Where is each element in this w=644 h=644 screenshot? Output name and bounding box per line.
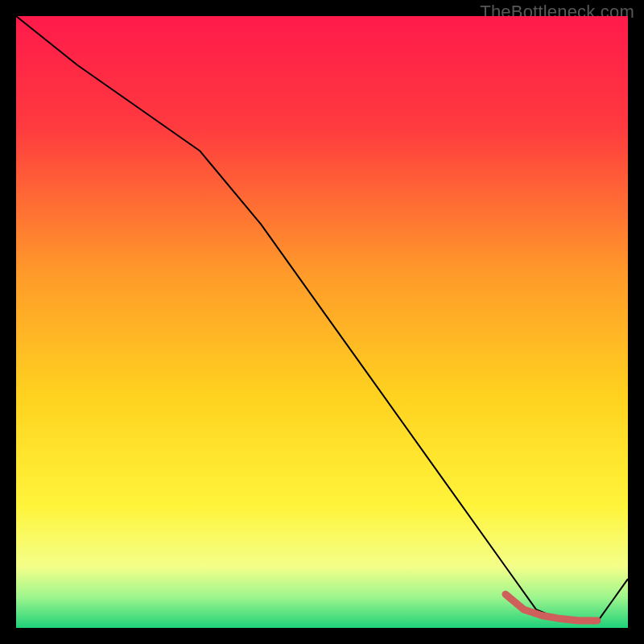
bottleneck-chart <box>16 16 628 628</box>
plot-background <box>16 16 628 628</box>
chart-frame: TheBottleneck.com <box>0 0 644 644</box>
